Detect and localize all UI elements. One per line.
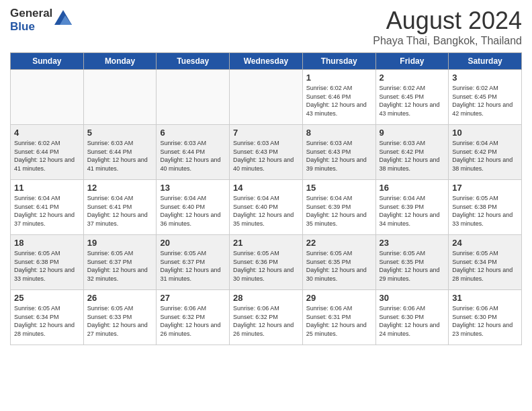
- calendar-week-row: 25Sunrise: 6:05 AMSunset: 6:34 PMDayligh…: [11, 290, 522, 345]
- calendar-day-cell: 29Sunrise: 6:06 AMSunset: 6:31 PMDayligh…: [302, 290, 375, 345]
- calendar-body: 1Sunrise: 6:02 AMSunset: 6:46 PMDaylight…: [11, 70, 522, 345]
- day-number: 27: [160, 293, 226, 303]
- day-number: 29: [306, 293, 373, 303]
- day-info: Sunrise: 6:05 AMSunset: 6:35 PMDaylight:…: [380, 249, 446, 283]
- day-number: 12: [87, 183, 154, 193]
- day-number: 19: [87, 238, 154, 248]
- day-number: 4: [14, 128, 81, 138]
- day-info: Sunrise: 6:05 AMSunset: 6:34 PMDaylight:…: [452, 249, 519, 283]
- calendar-day-cell: 12Sunrise: 6:04 AMSunset: 6:41 PMDayligh…: [83, 180, 157, 235]
- day-number: 30: [380, 293, 446, 303]
- calendar-week-row: 18Sunrise: 6:05 AMSunset: 6:38 PMDayligh…: [11, 235, 522, 290]
- day-number: 26: [87, 293, 154, 303]
- col-tuesday: Tuesday: [157, 53, 230, 70]
- calendar-day-cell: 28Sunrise: 6:06 AMSunset: 6:32 PMDayligh…: [230, 290, 303, 345]
- calendar-day-cell: 7Sunrise: 6:03 AMSunset: 6:43 PMDaylight…: [230, 125, 303, 180]
- day-number: 13: [160, 183, 226, 193]
- calendar-day-cell: 10Sunrise: 6:04 AMSunset: 6:42 PMDayligh…: [449, 125, 522, 180]
- calendar-day-cell: 22Sunrise: 6:05 AMSunset: 6:35 PMDayligh…: [302, 235, 375, 290]
- calendar-table: Sunday Monday Tuesday Wednesday Thursday…: [10, 52, 522, 345]
- calendar-day-cell: 23Sunrise: 6:05 AMSunset: 6:35 PMDayligh…: [375, 235, 449, 290]
- col-monday: Monday: [83, 53, 157, 70]
- calendar-header-row: Sunday Monday Tuesday Wednesday Thursday…: [11, 53, 522, 70]
- calendar-day-cell: 11Sunrise: 6:04 AMSunset: 6:41 PMDayligh…: [11, 180, 84, 235]
- calendar-day-cell: 2Sunrise: 6:02 AMSunset: 6:45 PMDaylight…: [375, 70, 449, 125]
- day-number: 28: [233, 293, 300, 303]
- day-info: Sunrise: 6:06 AMSunset: 6:30 PMDaylight:…: [380, 304, 446, 338]
- day-info: Sunrise: 6:02 AMSunset: 6:45 PMDaylight:…: [452, 84, 519, 118]
- day-number: 11: [14, 183, 81, 193]
- logo-blue: Blue: [10, 20, 52, 34]
- day-number: 8: [306, 128, 373, 138]
- calendar-week-row: 4Sunrise: 6:02 AMSunset: 6:44 PMDaylight…: [11, 125, 522, 180]
- calendar-week-row: 1Sunrise: 6:02 AMSunset: 6:46 PMDaylight…: [11, 70, 522, 125]
- calendar-day-cell: 18Sunrise: 6:05 AMSunset: 6:38 PMDayligh…: [11, 235, 84, 290]
- col-friday: Friday: [375, 53, 449, 70]
- day-info: Sunrise: 6:06 AMSunset: 6:30 PMDaylight:…: [452, 304, 519, 338]
- day-info: Sunrise: 6:03 AMSunset: 6:43 PMDaylight:…: [233, 139, 300, 173]
- calendar-day-cell: [11, 70, 84, 125]
- calendar-day-cell: 17Sunrise: 6:05 AMSunset: 6:38 PMDayligh…: [449, 180, 522, 235]
- day-number: 1: [306, 73, 373, 83]
- calendar-day-cell: 14Sunrise: 6:04 AMSunset: 6:40 PMDayligh…: [230, 180, 303, 235]
- day-number: 7: [233, 128, 300, 138]
- day-number: 18: [14, 238, 81, 248]
- day-info: Sunrise: 6:05 AMSunset: 6:34 PMDaylight:…: [14, 304, 81, 338]
- calendar-day-cell: 21Sunrise: 6:05 AMSunset: 6:36 PMDayligh…: [230, 235, 303, 290]
- day-number: 25: [14, 293, 81, 303]
- day-number: 15: [306, 183, 373, 193]
- calendar-day-cell: 24Sunrise: 6:05 AMSunset: 6:34 PMDayligh…: [449, 235, 522, 290]
- calendar-day-cell: 26Sunrise: 6:05 AMSunset: 6:33 PMDayligh…: [83, 290, 157, 345]
- logo-general: General: [10, 7, 52, 20]
- calendar-week-row: 11Sunrise: 6:04 AMSunset: 6:41 PMDayligh…: [11, 180, 522, 235]
- calendar-day-cell: 5Sunrise: 6:03 AMSunset: 6:44 PMDaylight…: [83, 125, 157, 180]
- day-info: Sunrise: 6:04 AMSunset: 6:40 PMDaylight:…: [233, 194, 300, 228]
- day-number: 2: [380, 73, 446, 83]
- day-info: Sunrise: 6:04 AMSunset: 6:39 PMDaylight:…: [380, 194, 446, 228]
- day-info: Sunrise: 6:06 AMSunset: 6:31 PMDaylight:…: [306, 304, 373, 338]
- logo: General Blue: [10, 7, 72, 33]
- logo-icon: [54, 10, 72, 28]
- calendar-day-cell: 16Sunrise: 6:04 AMSunset: 6:39 PMDayligh…: [375, 180, 449, 235]
- day-info: Sunrise: 6:04 AMSunset: 6:41 PMDaylight:…: [14, 194, 81, 228]
- day-info: Sunrise: 6:03 AMSunset: 6:44 PMDaylight:…: [87, 139, 154, 173]
- day-info: Sunrise: 6:04 AMSunset: 6:42 PMDaylight:…: [452, 139, 519, 173]
- page-container: General Blue August 2024 Phaya Thai, Ban…: [0, 0, 532, 352]
- day-info: Sunrise: 6:03 AMSunset: 6:43 PMDaylight:…: [306, 139, 373, 173]
- day-number: 21: [233, 238, 300, 248]
- month-year-title: August 2024: [373, 7, 522, 35]
- day-number: 24: [452, 238, 519, 248]
- day-info: Sunrise: 6:05 AMSunset: 6:33 PMDaylight:…: [87, 304, 154, 338]
- calendar-day-cell: 13Sunrise: 6:04 AMSunset: 6:40 PMDayligh…: [157, 180, 230, 235]
- col-wednesday: Wednesday: [230, 53, 303, 70]
- calendar-day-cell: 8Sunrise: 6:03 AMSunset: 6:43 PMDaylight…: [302, 125, 375, 180]
- calendar-day-cell: 4Sunrise: 6:02 AMSunset: 6:44 PMDaylight…: [11, 125, 84, 180]
- day-info: Sunrise: 6:06 AMSunset: 6:32 PMDaylight:…: [160, 304, 226, 338]
- day-info: Sunrise: 6:04 AMSunset: 6:40 PMDaylight:…: [160, 194, 226, 228]
- calendar-day-cell: 25Sunrise: 6:05 AMSunset: 6:34 PMDayligh…: [11, 290, 84, 345]
- col-thursday: Thursday: [302, 53, 375, 70]
- location-subtitle: Phaya Thai, Bangkok, Thailand: [373, 35, 522, 47]
- day-number: 3: [452, 73, 519, 83]
- calendar-day-cell: 9Sunrise: 6:03 AMSunset: 6:42 PMDaylight…: [375, 125, 449, 180]
- day-number: 20: [160, 238, 226, 248]
- day-info: Sunrise: 6:05 AMSunset: 6:37 PMDaylight:…: [87, 249, 154, 283]
- calendar-day-cell: 19Sunrise: 6:05 AMSunset: 6:37 PMDayligh…: [83, 235, 157, 290]
- day-info: Sunrise: 6:06 AMSunset: 6:32 PMDaylight:…: [233, 304, 300, 338]
- calendar-day-cell: 15Sunrise: 6:04 AMSunset: 6:39 PMDayligh…: [302, 180, 375, 235]
- day-info: Sunrise: 6:02 AMSunset: 6:46 PMDaylight:…: [306, 84, 373, 118]
- calendar-day-cell: [157, 70, 230, 125]
- day-number: 17: [452, 183, 519, 193]
- day-info: Sunrise: 6:03 AMSunset: 6:42 PMDaylight:…: [380, 139, 446, 173]
- calendar-day-cell: 6Sunrise: 6:03 AMSunset: 6:44 PMDaylight…: [157, 125, 230, 180]
- day-info: Sunrise: 6:02 AMSunset: 6:44 PMDaylight:…: [14, 139, 81, 173]
- day-number: 10: [452, 128, 519, 138]
- day-info: Sunrise: 6:04 AMSunset: 6:39 PMDaylight:…: [306, 194, 373, 228]
- day-info: Sunrise: 6:03 AMSunset: 6:44 PMDaylight:…: [160, 139, 226, 173]
- day-info: Sunrise: 6:04 AMSunset: 6:41 PMDaylight:…: [87, 194, 154, 228]
- day-number: 5: [87, 128, 154, 138]
- calendar-day-cell: 1Sunrise: 6:02 AMSunset: 6:46 PMDaylight…: [302, 70, 375, 125]
- day-number: 16: [380, 183, 446, 193]
- day-number: 23: [380, 238, 446, 248]
- day-number: 31: [452, 293, 519, 303]
